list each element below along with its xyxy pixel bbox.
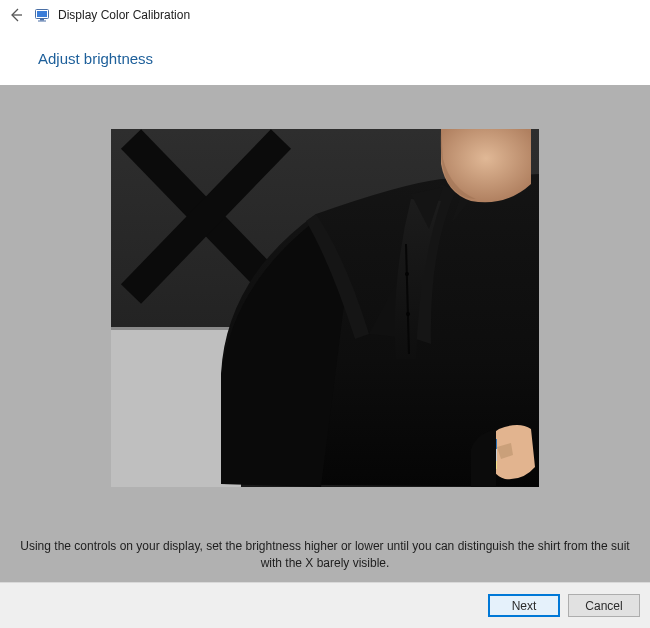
- calibration-image-area: [0, 85, 650, 530]
- title-bar: Display Color Calibration: [0, 0, 650, 28]
- calibration-reference-image: [111, 129, 539, 487]
- instruction-text: Using the controls on your display, set …: [0, 530, 650, 582]
- svg-rect-2: [40, 19, 44, 21]
- svg-rect-3: [38, 21, 46, 22]
- next-button[interactable]: Next: [488, 594, 560, 617]
- svg-point-11: [406, 312, 410, 316]
- cancel-button[interactable]: Cancel: [568, 594, 640, 617]
- monitor-calibration-icon: [34, 7, 50, 23]
- heading-row: Adjust brightness: [0, 28, 650, 85]
- app-title: Display Color Calibration: [58, 8, 190, 22]
- back-button[interactable]: [6, 5, 26, 25]
- page-heading: Adjust brightness: [38, 50, 640, 67]
- back-arrow-icon: [8, 7, 24, 23]
- svg-point-10: [405, 272, 409, 276]
- button-bar: Next Cancel: [0, 582, 650, 628]
- svg-rect-6: [111, 327, 241, 330]
- svg-rect-1: [37, 11, 47, 17]
